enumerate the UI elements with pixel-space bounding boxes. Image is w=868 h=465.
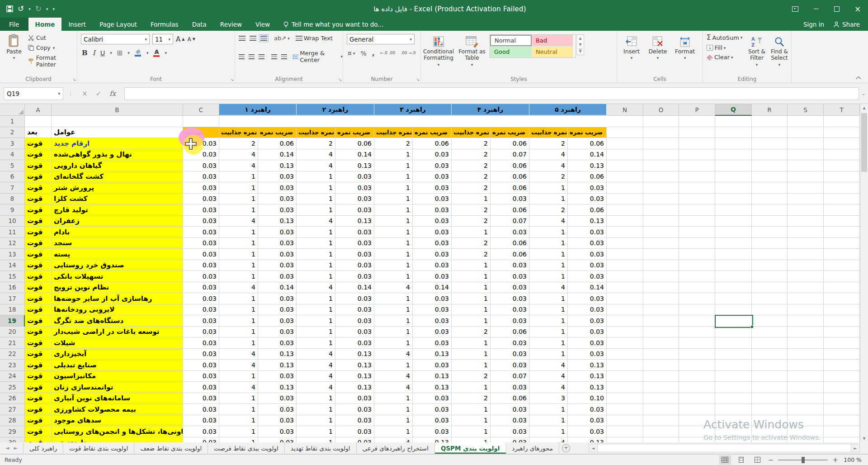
grid-cell[interactable]: 4 (529, 382, 568, 393)
grid-cell[interactable] (679, 160, 715, 171)
grid-cell[interactable] (679, 271, 715, 282)
sheet-tab-اولویت ببدی نقاط فرصت[interactable]: اولویت ببدی نقاط فرصت (208, 442, 285, 454)
grid-cell[interactable] (824, 282, 860, 294)
grid-cell[interactable]: 0.03 (183, 171, 219, 183)
grid-cell[interactable]: 1 (452, 194, 491, 205)
grid-cell[interactable]: 0.03 (491, 271, 529, 282)
row-header-8[interactable]: 8 (0, 194, 25, 205)
grid-cell[interactable]: 1 (529, 249, 568, 260)
grid-cell[interactable]: 0.03 (568, 415, 607, 427)
grid-cell[interactable] (715, 216, 752, 227)
grid-cell[interactable]: 2 (452, 238, 491, 249)
grid-cell[interactable]: 0.03 (258, 404, 297, 415)
tab-data[interactable]: Data (185, 18, 213, 31)
grid-cell[interactable]: 1 (374, 238, 413, 249)
tab-home[interactable]: Home (28, 18, 62, 31)
grid-cell[interactable] (607, 138, 643, 149)
merge-center-button[interactable]: Merge & Center▾ (293, 50, 343, 63)
grid-cell[interactable] (788, 327, 824, 338)
grid-cell[interactable]: 1 (452, 293, 491, 304)
grid-cell[interactable]: 1 (529, 349, 568, 360)
grid-cell[interactable]: 1 (297, 293, 335, 304)
grid-cell[interactable]: 0.03 (491, 282, 529, 294)
grid-cell[interactable]: 0.03 (183, 260, 219, 271)
tab-insert[interactable]: Insert (61, 18, 93, 31)
grid-cell[interactable] (643, 404, 679, 415)
wrap-text-button[interactable]: Wrap Text (296, 35, 333, 42)
grid-cell[interactable]: 1 (374, 260, 413, 271)
column-header-N[interactable]: N (607, 104, 643, 116)
grid-cell[interactable] (643, 227, 679, 238)
grid-cell[interactable]: 0.03 (183, 426, 219, 437)
grid-cell[interactable] (788, 337, 824, 349)
grid-cell[interactable] (824, 149, 860, 161)
grid-cell[interactable] (824, 171, 860, 183)
grid-cell[interactable] (607, 116, 643, 127)
grid-cell[interactable]: 1 (297, 393, 335, 404)
grid-cell[interactable]: 1 (374, 315, 413, 327)
grid-cell[interactable]: 1 (374, 182, 413, 194)
grid-cell[interactable]: 4 (374, 382, 413, 393)
grid-cell[interactable] (752, 149, 788, 161)
grid-cell[interactable] (715, 127, 752, 138)
grid-cell[interactable]: 0.03 (335, 304, 374, 316)
grid-cell[interactable]: 0.03 (335, 404, 374, 415)
grid-cell[interactable] (643, 327, 679, 338)
row-header-7[interactable]: 7 (0, 182, 25, 194)
grid-cell[interactable] (824, 415, 860, 427)
style-bad[interactable]: Bad (532, 35, 573, 46)
grid-cell[interactable]: 0.03 (413, 360, 452, 371)
expand-formula-bar-icon[interactable]: ⌄ (862, 91, 865, 96)
grid-cell[interactable]: 0.13 (413, 382, 452, 393)
grid-cell[interactable] (643, 426, 679, 437)
grid-cell[interactable] (788, 304, 824, 316)
grid-cell[interactable] (715, 271, 752, 282)
grid-cell[interactable]: 0.03 (491, 260, 529, 271)
grid-cell[interactable]: 1 (452, 349, 491, 360)
grid-cell[interactable] (788, 360, 824, 371)
grid-cell[interactable]: 0.03 (183, 349, 219, 360)
grid-cell[interactable]: 0.03 (491, 415, 529, 427)
grid-cell[interactable]: 0.03 (335, 227, 374, 238)
grid-cell[interactable]: 0.13 (413, 349, 452, 360)
grid-cell[interactable]: 0.14 (258, 282, 297, 294)
grid-cell[interactable]: 0.07 (491, 216, 529, 227)
grid-cell[interactable] (715, 116, 752, 127)
grid-cell[interactable] (824, 116, 860, 127)
scroll-down-icon[interactable]: ▼ (860, 435, 868, 442)
new-sheet-button[interactable]: + (559, 442, 573, 454)
grid-cell[interactable] (607, 382, 643, 393)
increase-indent-icon[interactable] (281, 54, 287, 59)
grid-cell[interactable]: 2 (452, 149, 491, 161)
grid-cell[interactable] (752, 371, 788, 382)
grid-cell[interactable]: نهال و بذور گواهی‌شده (52, 149, 183, 161)
grid-cell[interactable] (752, 171, 788, 183)
undo-icon[interactable]: ↺ (18, 5, 24, 13)
grid-cell[interactable]: 4 (219, 360, 258, 371)
grid-cell[interactable] (752, 382, 788, 393)
grid-cell[interactable] (679, 415, 715, 427)
tab-formulas[interactable]: Formulas (144, 18, 185, 31)
grid-cell[interactable]: 0.03 (183, 327, 219, 338)
grid-cell[interactable]: 0.03 (335, 271, 374, 282)
grid-cell[interactable]: قوت (25, 216, 52, 227)
grid-cell[interactable]: 1 (219, 227, 258, 238)
grid-cell[interactable]: 0.03 (413, 327, 452, 338)
grid-cell[interactable]: 0.06 (491, 138, 529, 149)
grid-cell[interactable]: 0.06 (491, 204, 529, 216)
grid-cell[interactable]: 4 (374, 371, 413, 382)
grid-cell[interactable]: 1 (529, 304, 568, 316)
grid-cell[interactable] (679, 149, 715, 161)
align-center-icon[interactable] (249, 54, 255, 59)
grid-cell[interactable]: 1 (452, 260, 491, 271)
grid-cell[interactable]: 1 (297, 238, 335, 249)
grid-cell[interactable]: 4 (219, 382, 258, 393)
grid-cell[interactable]: 2 (374, 138, 413, 149)
grid-cell[interactable]: 0.03 (183, 282, 219, 294)
grid-cell[interactable]: 0.14 (335, 282, 374, 294)
vertical-scrollbar[interactable]: ▲ ▼ (860, 104, 868, 442)
grid-cell[interactable] (788, 382, 824, 393)
undo-caret-icon[interactable]: ▾ (28, 7, 31, 11)
grid-cell[interactable]: 0.03 (491, 194, 529, 205)
grid-cell[interactable]: 4 (297, 216, 335, 227)
